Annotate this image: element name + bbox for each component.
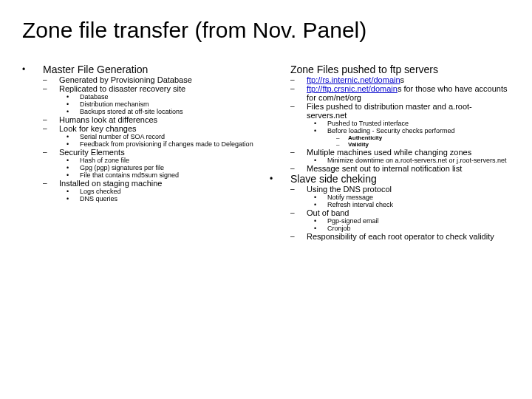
dash-bullet-icon: –: [43, 148, 59, 157]
dot-bullet-icon: •: [314, 120, 327, 127]
disc-bullet-icon: •: [270, 173, 290, 185]
dash-bullet-icon: –: [43, 179, 59, 188]
list-item: –Installed on staging machine: [22, 179, 262, 188]
list-item: •Distribution mechanism: [22, 100, 262, 108]
dash-bullet-icon: –: [336, 141, 348, 148]
list-item: •Before loading - Security checks perfor…: [270, 127, 510, 134]
dash-bullet-icon: –: [290, 164, 307, 173]
list-item: •Pushed to Trusted interface: [270, 120, 510, 127]
dot-bullet-icon: •: [66, 195, 80, 202]
dash-bullet-icon: –: [290, 75, 307, 84]
disc-bullet-icon: •: [22, 64, 43, 75]
slide-title: Zone file transfer (from Nov. Panel): [22, 18, 510, 43]
link[interactable]: ftp://ftp.crsnic.net/domain: [307, 84, 398, 93]
list-item: •Minimize downtime on a.root-servers.net…: [270, 157, 510, 164]
list-item: –Multiple machines used while changing z…: [270, 148, 510, 157]
dot-bullet-icon: •: [314, 217, 327, 225]
dot-bullet-icon: •: [66, 140, 80, 148]
list-item: •Gpg (pgp) signatures per file: [22, 164, 262, 171]
dot-bullet-icon: •: [314, 225, 327, 232]
dot-bullet-icon: •: [314, 157, 327, 164]
right-column: Zone Files pushed to ftp servers – ftp:/…: [270, 64, 510, 241]
list-item: –Authenticity: [270, 134, 510, 141]
link[interactable]: ftp://rs.internic.net/domain: [307, 75, 400, 84]
list-item: •Pgp-signed email: [270, 217, 510, 225]
dot-bullet-icon: •: [66, 164, 80, 171]
ftp-link-1: ftp://rs.internic.net/domains: [307, 75, 510, 84]
list-item: •Serial number of SOA record: [22, 133, 262, 140]
heading-zone-files: Zone Files pushed to ftp servers: [290, 64, 510, 75]
list-item: •Cronjob: [270, 225, 510, 232]
ftp-link-2: ftp://ftp.crsnic.net/domains for those w…: [307, 84, 510, 102]
dash-bullet-icon: –: [290, 84, 307, 102]
list-item: •File that contains md5sum signed: [22, 171, 262, 179]
dash-bullet-icon: –: [290, 232, 307, 241]
content-columns: • Master File Generation –Generated by P…: [22, 64, 510, 241]
list-item: • Master File Generation: [22, 64, 262, 75]
dash-bullet-icon: –: [43, 84, 59, 93]
list-item: •Database: [22, 93, 262, 100]
list-item: –Look for key changes: [22, 124, 262, 133]
list-item: –Validity: [270, 141, 510, 148]
list-item: –Generated by Provisioning Database: [22, 75, 262, 84]
dot-bullet-icon: •: [314, 127, 327, 134]
dash-bullet-icon: –: [290, 185, 307, 194]
list-item: –Responsibility of each root operator to…: [270, 232, 510, 241]
list-item: –Security Elements: [22, 148, 262, 157]
dot-bullet-icon: •: [66, 108, 80, 115]
slide: Zone file transfer (from Nov. Panel) • M…: [0, 0, 532, 399]
dash-bullet-icon: –: [290, 102, 307, 120]
dot-bullet-icon: •: [66, 171, 80, 179]
list-item: –Out of band: [270, 208, 510, 217]
list-item: •Logs checked: [22, 188, 262, 195]
list-item: •Notify message: [270, 194, 510, 201]
list-item: •Backups stored at off-site locations: [22, 108, 262, 115]
list-item: –Files pushed to distribution master and…: [270, 102, 510, 120]
dot-bullet-icon: •: [314, 201, 327, 208]
list-item: •Feedback from provisioning if changes m…: [22, 140, 262, 148]
disc-bullet-icon: [270, 64, 290, 75]
list-item: Zone Files pushed to ftp servers: [270, 64, 510, 75]
list-item: –Message sent out to internal notificati…: [270, 164, 510, 173]
heading-master-file: Master File Generation: [43, 64, 262, 75]
dot-bullet-icon: •: [314, 194, 327, 201]
list-item: • Slave side cheking: [270, 173, 510, 185]
list-item: •Refresh interval check: [270, 201, 510, 208]
dot-bullet-icon: •: [66, 133, 80, 140]
list-item: –Humans look at differences: [22, 115, 262, 124]
dot-bullet-icon: •: [66, 188, 80, 195]
list-item: – ftp://ftp.crsnic.net/domains for those…: [270, 84, 510, 102]
dash-bullet-icon: –: [43, 115, 59, 124]
list-item: –Using the DNS protocol: [270, 185, 510, 194]
dot-bullet-icon: •: [66, 157, 80, 164]
heading-slave-side: Slave side cheking: [290, 173, 510, 185]
dash-bullet-icon: –: [336, 134, 348, 141]
list-item: –Replicated to disaster recovery site: [22, 84, 262, 93]
dot-bullet-icon: •: [66, 93, 80, 100]
list-item: •DNS queries: [22, 195, 262, 202]
dash-bullet-icon: –: [290, 208, 307, 217]
list-item: •Hash of zone file: [22, 157, 262, 164]
dash-bullet-icon: –: [290, 148, 307, 157]
dash-bullet-icon: –: [43, 75, 59, 84]
dot-bullet-icon: •: [66, 100, 80, 108]
list-item: – ftp://rs.internic.net/domains: [270, 75, 510, 84]
dash-bullet-icon: –: [43, 124, 59, 133]
left-column: • Master File Generation –Generated by P…: [22, 64, 262, 241]
